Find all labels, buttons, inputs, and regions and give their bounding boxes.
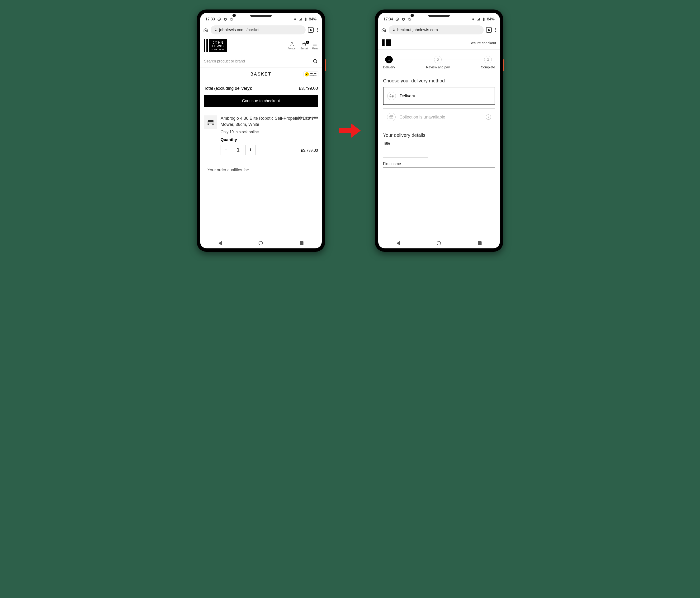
android-navbar — [378, 238, 500, 248]
phone-speaker — [428, 15, 450, 17]
order-qualifies-box: Your order qualifies for: — [204, 164, 318, 176]
store-icon — [387, 113, 396, 121]
total-label: Total (excluding delivery): — [204, 86, 252, 91]
signal-icon — [477, 17, 480, 21]
basket-link[interactable]: 1 Basket — [300, 42, 308, 50]
svg-point-12 — [207, 124, 209, 125]
svg-point-24 — [390, 97, 390, 97]
battery-text: 84% — [309, 17, 317, 21]
delivery-label: Delivery — [400, 94, 415, 99]
phone-left: 17:33 84% johnlewis.com/basket 5 — [197, 9, 325, 252]
person-icon — [289, 42, 295, 47]
checkout-steps: 1 Delivery 2 Review and pay 3 Complete — [378, 50, 500, 74]
battery-icon — [304, 17, 307, 21]
nav-home-icon[interactable] — [437, 241, 441, 245]
title-input[interactable] — [383, 147, 428, 157]
hamburger-icon — [312, 42, 318, 47]
stock-text: Only 10 in stock online — [221, 130, 318, 134]
lock-icon — [214, 28, 217, 31]
whatsapp-icon — [395, 17, 399, 21]
help-icon[interactable]: ? — [486, 115, 491, 120]
svg-point-0 — [218, 18, 221, 21]
delivery-option[interactable]: Delivery — [383, 87, 495, 105]
svg-point-25 — [392, 97, 393, 97]
basket-heading: BASKET — [250, 72, 271, 77]
mower-icon — [205, 119, 216, 126]
svg-rect-7 — [215, 30, 217, 31]
home-icon[interactable] — [381, 27, 386, 32]
globe-icon — [402, 17, 405, 21]
screen-left: 17:33 84% johnlewis.com/basket 5 — [200, 13, 322, 248]
svg-point-19 — [409, 19, 410, 20]
svg-point-8 — [291, 42, 293, 44]
url-bar[interactable]: heckout.johnlewis.com — [389, 25, 484, 34]
basket-badge: 1 — [306, 41, 309, 44]
browser-bar: heckout.johnlewis.com 5 — [378, 24, 500, 36]
phone-camera — [410, 14, 414, 17]
svg-rect-26 — [390, 117, 393, 119]
logo-line1: J♡HN — [211, 41, 224, 44]
url-host: heckout.johnlewis.com — [397, 28, 438, 32]
svg-point-17 — [403, 19, 404, 20]
home-icon[interactable] — [203, 27, 208, 32]
site-logo[interactable]: J♡HN LEWIS & PARTNERS — [204, 39, 227, 52]
nav-recent-icon[interactable] — [300, 241, 303, 245]
product-image[interactable] — [204, 116, 217, 129]
url-path: /basket — [247, 28, 259, 32]
step-review[interactable]: 2 Review and pay — [426, 56, 450, 69]
qty-increase-button[interactable]: + — [245, 145, 256, 155]
site-header: J♡HN LEWIS & PARTNERS Account 1 Basket — [200, 36, 322, 55]
svg-rect-22 — [393, 30, 395, 31]
remove-item-link[interactable]: Remove item — [298, 116, 318, 119]
step-complete[interactable]: 3 Complete — [481, 56, 495, 69]
tab-count[interactable]: 5 — [308, 27, 314, 33]
account-link[interactable]: Account — [288, 42, 296, 50]
qty-value: 1 — [233, 145, 243, 155]
basket-item: Ambrogio 4.36 Elite Robotic Self-Propell… — [200, 111, 322, 159]
nav-recent-icon[interactable] — [478, 241, 481, 245]
svg-point-15 — [396, 18, 399, 21]
menu-link[interactable]: Menu — [312, 42, 318, 50]
page-content: Secure checkout 1 Delivery 2 Review and … — [378, 36, 500, 238]
phone-camera — [232, 14, 236, 17]
qty-decrease-button[interactable]: − — [221, 145, 231, 155]
search-icon — [313, 59, 318, 64]
checkout-header: Secure checkout — [378, 36, 500, 50]
nav-back-icon[interactable] — [397, 241, 400, 245]
url-bar[interactable]: johnlewis.com/basket — [210, 25, 306, 34]
tab-count[interactable]: 5 — [486, 27, 492, 33]
mini-logo[interactable] — [382, 40, 391, 46]
screen-right: 17:34 84% heckout.johnlewis.com 5 — [378, 13, 500, 248]
svg-point-4 — [231, 19, 232, 20]
nav-home-icon[interactable] — [258, 241, 263, 245]
svg-point-9 — [314, 59, 317, 63]
checkmark-icon: ✓ — [305, 72, 309, 76]
firstname-input[interactable] — [383, 168, 495, 178]
browser-bar: johnlewis.com/basket 5 — [200, 24, 322, 36]
step-delivery[interactable]: 1 Delivery — [383, 56, 395, 69]
logo-line2: LEWIS — [211, 44, 224, 48]
collection-label: Collection is unavailable — [399, 115, 445, 120]
menu-dots-icon[interactable] — [316, 27, 319, 33]
svg-rect-14 — [339, 128, 351, 133]
phone-right: 17:34 84% heckout.johnlewis.com 5 — [375, 9, 503, 252]
arrow-icon — [339, 122, 361, 139]
wifi-icon — [471, 17, 475, 21]
svg-rect-5 — [305, 18, 306, 21]
url-host: johnlewis.com — [219, 28, 245, 32]
truck-icon — [387, 92, 396, 100]
checkout-button[interactable]: Continue to checkout — [204, 95, 318, 107]
status-time: 17:34 — [383, 17, 393, 21]
nav-back-icon[interactable] — [219, 241, 222, 245]
svg-rect-11 — [208, 120, 214, 122]
menu-dots-icon[interactable] — [494, 27, 497, 33]
status-time: 17:33 — [205, 17, 215, 21]
search-placeholder: Search product or brand — [204, 59, 245, 64]
battery-icon — [482, 17, 485, 21]
search-bar[interactable]: Search product or brand — [200, 55, 322, 68]
transition-arrow — [339, 122, 361, 139]
lock-icon — [392, 28, 395, 31]
secure-checkout-label: Secure checkout — [470, 41, 496, 45]
android-navbar — [200, 238, 322, 248]
signal-icon — [298, 17, 302, 21]
